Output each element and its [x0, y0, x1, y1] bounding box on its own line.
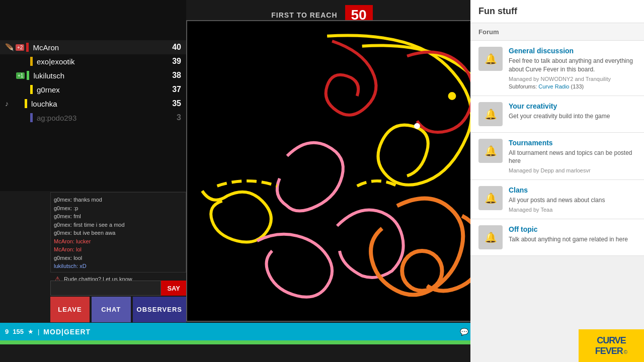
- forum-item: 🔔 Clans All your posts and news about cl…: [470, 180, 644, 219]
- forum-icon-box: 🔔: [478, 47, 503, 71]
- player-score: 40: [166, 43, 181, 52]
- game-area: [186, 20, 488, 322]
- forum-bell-icon: 🔔: [485, 192, 497, 204]
- observers-button[interactable]: OBSERVERS: [133, 297, 186, 322]
- player-row: 🪶+2McAron40: [0, 40, 186, 54]
- forum-item: 🔔 Your creativity Get your creativity bu…: [470, 96, 644, 133]
- forum-icon-box: 🔔: [478, 186, 503, 210]
- forum-item-desc: Talk about anything not game related in …: [509, 235, 636, 244]
- bottom-icon-message: 💬: [460, 328, 468, 336]
- player-score: 39: [166, 57, 181, 66]
- forum-item: 🔔 General discussion Feel free to talk a…: [470, 41, 644, 96]
- forum-label: Forum: [478, 28, 499, 36]
- forum-item-desc: Get your creativity build into the game: [509, 112, 636, 121]
- chat-message: lukilutsch: xD: [54, 262, 183, 270]
- green-bar: [0, 340, 493, 344]
- player-name: ag:podo293: [37, 114, 166, 122]
- forum-item-title[interactable]: General discussion: [509, 47, 636, 55]
- logo-copyright: ©: [624, 349, 627, 355]
- bottom-player-name: MOD|GEERT: [43, 328, 91, 336]
- forum-item-title[interactable]: Off topic: [509, 225, 636, 233]
- players-list: 🪶+2McAron40exo|exootik39+1lukilutsch38g0…: [0, 40, 186, 125]
- forum-item-title[interactable]: Your creativity: [509, 102, 636, 110]
- bottom-player-num: 9: [5, 328, 9, 335]
- forum-icon-box: 🔔: [478, 102, 503, 126]
- chat-message: g0mex: :p: [54, 204, 183, 213]
- player-row: g0rnex37: [0, 82, 186, 97]
- forum-item-content: General discussion Feel free to talk abo…: [509, 47, 636, 89]
- forum-bell-icon: 🔔: [485, 108, 497, 120]
- player-score: 38: [166, 71, 181, 80]
- forum-bell-icon: 🔔: [485, 231, 497, 243]
- player-color-indicator: [30, 113, 33, 122]
- forum-item-meta: Managed by NOWODNY2 and Tranquility: [509, 76, 636, 82]
- player-badge: +1: [16, 72, 25, 79]
- first-to-reach-label: FIRST TO REACH: [271, 11, 337, 19]
- game-canvas: [187, 21, 487, 321]
- feather-icon: 🪶: [5, 43, 14, 51]
- player-name: g0rnex: [37, 85, 166, 94]
- forum-bell-icon: 🔔: [485, 145, 497, 157]
- forum-item-desc: All your posts and news about clans: [509, 196, 636, 205]
- forum-item-title[interactable]: Clans: [509, 186, 636, 194]
- chat-button[interactable]: CHAT: [92, 297, 131, 322]
- chat-message: McAron: lucker: [54, 237, 183, 246]
- forum-icon-box: 🔔: [478, 139, 503, 163]
- player-row: ag:podo2933: [0, 111, 186, 125]
- forum-item-title[interactable]: Tournaments: [509, 139, 636, 147]
- logo-area[interactable]: CURVE FEVER ©: [579, 329, 644, 362]
- forum-icon-box: 🔔: [478, 225, 503, 249]
- chat-message: g0mex: first time i see a mod: [54, 221, 183, 229]
- player-name: lukilutsch: [33, 71, 166, 80]
- logo-curve: CURVE: [597, 335, 626, 346]
- forum-item-content: Clans All your posts and news about clan…: [509, 186, 636, 213]
- forum-item-content: Tournaments All tournament news and topi…: [509, 139, 636, 174]
- leave-button[interactable]: LEAVE: [50, 297, 90, 322]
- chat-panel: g0mex: thanks modg0mex: :pg0mex: fmlg0me…: [50, 192, 186, 273]
- right-panel: Fun stuff Forum 🔔 General discussion Fee…: [470, 0, 644, 362]
- forum-subheader: Forum: [470, 23, 644, 41]
- forum-item-desc: All tournament news and topics can be po…: [509, 149, 636, 166]
- forum-item-content: Off topic Talk about anything not game r…: [509, 225, 636, 246]
- logo-fever: FEVER: [595, 346, 623, 356]
- player-score: 37: [166, 85, 181, 94]
- player-color-indicator: [26, 43, 29, 52]
- chat-message: g0mex: thanks mod: [54, 196, 183, 204]
- bottom-buttons: LEAVE CHAT OBSERVERS: [50, 297, 186, 322]
- player-color-indicator: [30, 85, 33, 94]
- forum-header: Fun stuff: [470, 0, 644, 23]
- player-name: louchka: [31, 100, 166, 108]
- fun-stuff-title: Fun stuff: [478, 6, 517, 16]
- music-icon: ♪: [5, 100, 9, 108]
- player-color-indicator: [27, 71, 29, 80]
- forum-item-meta: Managed by Depp and marloesvr: [509, 167, 636, 173]
- player-row: +1lukilutsch38: [0, 68, 186, 82]
- player-badge: +2: [16, 44, 24, 51]
- chat-message: g0mex: lool: [54, 254, 183, 262]
- player-name: McAron: [33, 43, 166, 52]
- player-score: 3: [166, 113, 181, 122]
- player-row: exo|exootik39: [0, 54, 186, 68]
- player-row: ♪louchka35: [0, 97, 186, 111]
- chat-input[interactable]: [50, 281, 161, 296]
- bottom-divider: |: [38, 328, 39, 335]
- player-color-indicator: [30, 57, 33, 66]
- chat-input-area: SAY: [50, 281, 186, 296]
- forum-item: 🔔 Off topic Talk about anything not game…: [470, 219, 644, 256]
- player-name: exo|exootik: [37, 57, 166, 66]
- player-score: 35: [166, 99, 181, 108]
- forum-item-desc: Feel free to talk about anything and eve…: [509, 57, 636, 74]
- player-color-indicator: [25, 99, 27, 108]
- forum-item: 🔔 Tournaments All tournament news and to…: [470, 133, 644, 180]
- chat-message: g0mex: fml: [54, 212, 183, 221]
- forum-items-list: 🔔 General discussion Feel free to talk a…: [470, 41, 644, 256]
- chat-message: g0mex: but ive been awa: [54, 229, 183, 237]
- forum-item-meta: Managed by Teaa: [509, 207, 636, 213]
- bottom-score: 155: [13, 328, 24, 335]
- chat-message: McAron: lol: [54, 245, 183, 254]
- bottom-star-icon: ★: [28, 328, 34, 335]
- svg-point-2: [414, 123, 420, 129]
- say-button[interactable]: SAY: [161, 281, 186, 296]
- svg-point-3: [448, 92, 456, 100]
- bottom-bar: 9 155 ★ | MOD|GEERT 💬 ♪ ✦: [0, 323, 493, 340]
